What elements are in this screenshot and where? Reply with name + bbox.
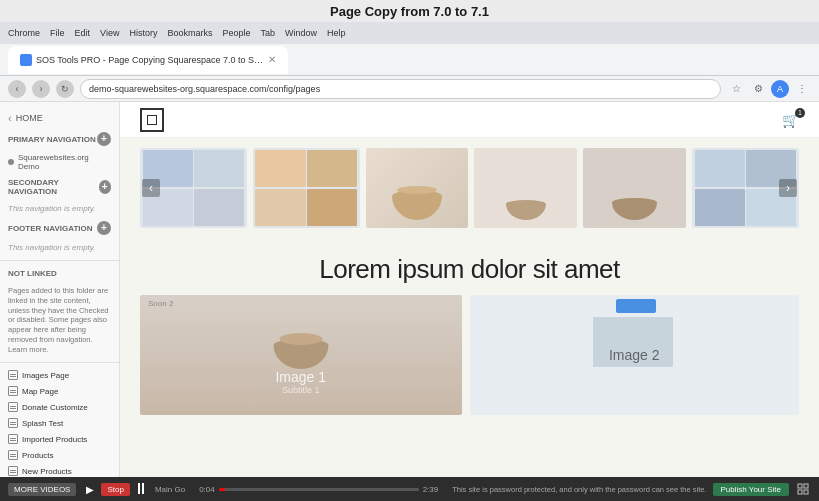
page-icon [8, 402, 18, 412]
gallery-item-2 [253, 148, 360, 228]
more-videos-button[interactable]: MORE VIDEOS [8, 483, 76, 496]
bowl-shape [392, 190, 442, 220]
add-secondary-nav-button[interactable]: + [99, 180, 111, 194]
browser-tab-bar: SOS Tools PRO - Page Copying Squarespace… [0, 44, 819, 76]
play-button[interactable]: ▶ [82, 481, 98, 497]
sidebar-item-map-page[interactable]: Map Page [0, 383, 119, 399]
gallery-section [120, 138, 819, 238]
image2-label: Image 2 [609, 347, 660, 363]
gallery-wrapper: ‹ [120, 138, 819, 238]
page-label: Products [22, 451, 54, 460]
stop-button[interactable]: Stop [101, 483, 129, 496]
fullscreen-button[interactable] [795, 481, 811, 497]
progress-section: 0:04 2:39 [191, 485, 446, 494]
title-bar: Page Copy from 7.0 to 7.1 [0, 0, 819, 22]
ss-logo [140, 108, 164, 132]
sidebar-item-products[interactable]: Products [0, 447, 119, 463]
sidebar-divider [0, 260, 119, 261]
not-linked-header: NOT LINKED [0, 265, 119, 282]
page-icon [8, 386, 18, 396]
sidebar-domain-item[interactable]: Squarewebsites.org Demo [0, 150, 119, 174]
sidebar: HOME PRIMARY NAVIGATION + Squarewebsites… [0, 102, 120, 477]
bowl-shape-2 [506, 200, 546, 220]
preview-col-2: Image 2 [470, 295, 800, 415]
preview-row-1 [613, 299, 656, 313]
progress-bar-fill [219, 488, 225, 491]
lorem-section: Lorem ipsum dolor sit amet [120, 238, 819, 295]
menu-bookmarks[interactable]: Bookmarks [167, 28, 212, 38]
menu-tab[interactable]: Tab [260, 28, 275, 38]
menu-icon[interactable]: ⋮ [793, 80, 811, 98]
bottom-right-controls: This site is password protected, and onl… [452, 481, 811, 497]
sidebar-item-images-page[interactable]: Images Page [0, 367, 119, 383]
chrome-menu-bar: Chrome File Edit View History Bookmarks … [0, 22, 819, 44]
sidebar-item-donate[interactable]: Donate Customize [0, 399, 119, 415]
domain-dot-icon [8, 159, 14, 165]
menu-chrome[interactable]: Chrome [8, 28, 40, 38]
pause-button[interactable]: ⏸ [133, 481, 149, 497]
footer-nav-header: FOOTER NAVIGATION + [0, 217, 119, 239]
notice-text: This site is password protected, and onl… [452, 485, 706, 494]
domain-label: Squarewebsites.org Demo [18, 153, 111, 171]
ss-logo-inner [147, 115, 157, 125]
svg-rect-1 [804, 484, 808, 488]
page-icon [8, 450, 18, 460]
screenshot-mini [695, 189, 745, 226]
gallery-arrow-left[interactable]: ‹ [142, 179, 160, 197]
gallery-arrow-right[interactable]: › [779, 179, 797, 197]
menu-people[interactable]: People [222, 28, 250, 38]
image1-labels: Image 1 Subtitle 1 [275, 369, 326, 395]
progress-bar[interactable] [219, 488, 419, 491]
publish-button[interactable]: Publish Your Site [713, 483, 790, 496]
menu-edit[interactable]: Edit [75, 28, 91, 38]
back-button[interactable]: ‹ [8, 80, 26, 98]
svg-rect-0 [798, 484, 802, 488]
page-icon [8, 370, 18, 380]
menu-window[interactable]: Window [285, 28, 317, 38]
chrome-menu-items: Chrome File Edit View History Bookmarks … [8, 28, 346, 38]
ss-cart[interactable]: 🛒 1 [782, 112, 799, 128]
add-footer-nav-button[interactable]: + [97, 221, 111, 235]
sidebar-item-new-products[interactable]: New Products [0, 463, 119, 477]
not-linked-note: Pages added to this folder are linked in… [0, 282, 119, 358]
forward-button[interactable]: › [32, 80, 50, 98]
main-go-controls: Main Go [155, 485, 185, 494]
section2-label: Soon 2 [148, 299, 173, 308]
screenshot-mini [307, 150, 357, 187]
address-input[interactable]: demo-squarewebsites-org.squarespace.com/… [80, 79, 721, 99]
menu-history[interactable]: History [129, 28, 157, 38]
menu-view[interactable]: View [100, 28, 119, 38]
lorem-title: Lorem ipsum dolor sit amet [140, 254, 799, 285]
playback-controls: ▶ Stop ⏸ [82, 481, 148, 497]
screenshot-mini [255, 189, 305, 226]
main-go-label: Main Go [155, 485, 185, 494]
profile-icon[interactable]: A [771, 80, 789, 98]
page-label: Imported Products [22, 435, 87, 444]
time-current: 0:04 [199, 485, 215, 494]
svg-rect-3 [804, 490, 808, 494]
content-area: 🛒 1 ‹ [120, 102, 819, 477]
browser-actions: ☆ ⚙ A ⋮ [727, 80, 811, 98]
sidebar-item-imported[interactable]: Imported Products [0, 431, 119, 447]
bookmark-icon[interactable]: ☆ [727, 80, 745, 98]
address-bar-row: ‹ › ↻ demo-squarewebsites-org.squarespac… [0, 76, 819, 102]
address-text: demo-squarewebsites-org.squarespace.com/… [89, 84, 320, 94]
secondary-nav-header: SECONDARY NAVIGATION + [0, 174, 119, 200]
menu-file[interactable]: File [50, 28, 65, 38]
video-content: 🛒 1 ‹ [120, 102, 819, 477]
menu-help[interactable]: Help [327, 28, 346, 38]
tab-close-icon[interactable]: ✕ [268, 54, 276, 65]
add-primary-nav-button[interactable]: + [97, 132, 111, 146]
active-tab[interactable]: SOS Tools PRO - Page Copying Squarespace… [8, 46, 288, 74]
bowl-rim [279, 333, 322, 345]
tab-favicon [20, 54, 32, 66]
ss-top-nav: 🛒 1 [120, 102, 819, 138]
secondary-nav-empty: This navigation is empty. [0, 200, 119, 217]
page-label: Images Page [22, 371, 69, 380]
home-label: HOME [16, 113, 43, 123]
extensions-icon[interactable]: ⚙ [749, 80, 767, 98]
screenshot-mini [255, 150, 305, 187]
sidebar-item-splash[interactable]: Splash Test [0, 415, 119, 431]
refresh-button[interactable]: ↻ [56, 80, 74, 98]
sidebar-home-link[interactable]: HOME [0, 108, 119, 128]
